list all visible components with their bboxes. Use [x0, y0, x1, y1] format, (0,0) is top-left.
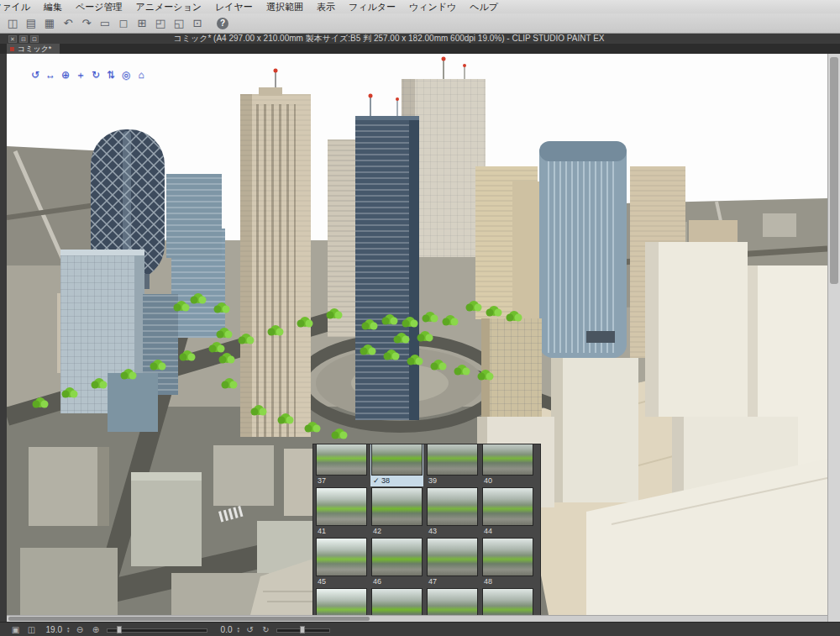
thumbnail-image — [427, 538, 478, 576]
tab-color-chip — [10, 47, 14, 51]
material-thumbnail[interactable]: 48 — [481, 537, 534, 587]
thumbnail-image — [316, 538, 367, 576]
document-tab[interactable]: コミック* — [7, 44, 60, 54]
object-rotate-icon[interactable]: ↻ — [89, 69, 102, 81]
thumbnail-number: 47 — [427, 576, 478, 586]
thumbnail-image — [371, 444, 423, 476]
thumbnail-image — [482, 487, 533, 526]
horizontal-scrollbar-thumb[interactable] — [8, 617, 370, 621]
camera-rotate-icon[interactable]: ↺ — [29, 69, 42, 81]
help-button[interactable]: ? — [217, 18, 228, 29]
camera-home-icon[interactable]: ⌂ — [134, 69, 148, 81]
material-thumbnail[interactable]: 43 — [426, 486, 479, 537]
menu-bar: ファイル編集ページ管理アニメーションレイヤー選択範囲表示フィルターウィンドウヘル… — [0, 0, 840, 14]
material-thumbnail[interactable]: 47 — [426, 537, 479, 587]
thumbnail-image — [371, 487, 423, 526]
menu-item[interactable]: アニメーション — [129, 1, 209, 13]
material-thumbnail[interactable]: ✓ 38 — [370, 444, 423, 486]
rotate-left-icon[interactable]: ↺ — [244, 625, 255, 634]
select-border-icon[interactable]: ◻ — [116, 16, 131, 30]
rotation-slider[interactable] — [276, 626, 330, 633]
zoom-slider-track — [107, 628, 207, 633]
thumbnail-number: 41 — [316, 526, 367, 536]
material-thumbnail[interactable]: 46 — [370, 537, 423, 587]
redo-icon[interactable]: ↷ — [79, 16, 94, 30]
snap-grid-icon[interactable]: ◱ — [171, 16, 186, 30]
menu-item[interactable]: レイヤー — [208, 1, 260, 13]
save-icon[interactable]: ▦ — [42, 16, 57, 30]
thumbnail-number: 39 — [427, 476, 478, 486]
object-snap-icon[interactable]: ◎ — [119, 69, 133, 81]
rotation-stepper[interactable]: ▴ ▾ — [238, 626, 240, 633]
rotate-right-icon[interactable]: ↻ — [260, 625, 271, 634]
toolbar-icons: ◫▤▦↶↷▭◻⊞◰◱⊡ — [5, 16, 205, 30]
rotation-stepper-down-icon[interactable]: ▾ — [238, 629, 240, 633]
new-document-icon[interactable]: ◫ — [5, 16, 20, 30]
invert-selection-icon[interactable]: ⊞ — [134, 16, 150, 30]
zoom-slider-knob[interactable] — [117, 626, 122, 633]
undo-icon[interactable]: ↶ — [60, 16, 76, 30]
zoom-stepper[interactable]: ▴ ▾ — [67, 626, 70, 633]
object-lift-icon[interactable]: ⇅ — [104, 69, 118, 81]
thumbnail-number: ✓ 38 — [371, 476, 423, 486]
material-thumbnail[interactable]: 39 — [426, 444, 479, 486]
document-title: コミック* (A4 297.00 x 210.00mm 製本サイズ:B5 判 2… — [39, 33, 739, 45]
zoom-stepper-down-icon[interactable]: ▾ — [67, 629, 70, 633]
material-thumbnail[interactable]: 42 — [370, 486, 423, 537]
zoom-out-icon[interactable]: ⊖ — [75, 625, 86, 634]
vertical-scrollbar-thumb[interactable] — [830, 57, 838, 284]
rotation-value: 0.0 — [213, 625, 233, 634]
zoom-value: 19.0 — [42, 625, 62, 634]
zoom-in-icon[interactable]: ⊕ — [91, 625, 102, 634]
material-thumbnail[interactable]: 37 — [315, 444, 368, 486]
camera-zoom-icon[interactable]: ⊕ — [59, 69, 72, 81]
thumbnail-number: 37 — [316, 476, 367, 486]
close-icon[interactable]: ✕ — [8, 35, 17, 43]
maximize-icon[interactable]: ⊡ — [30, 35, 39, 43]
thumbnail-image — [427, 487, 478, 526]
fit-screen-icon[interactable]: ▣ — [10, 625, 21, 634]
menu-item[interactable]: ページ管理 — [69, 1, 129, 13]
3d-layout-thumbnail-panel: 37 ✓ 38 39 40 41 42 — [312, 444, 541, 636]
main-toolbar: ◫▤▦↶↷▭◻⊞◰◱⊡ ? — [0, 13, 840, 34]
tab-label: コミック* — [18, 44, 51, 55]
menu-item[interactable]: ヘルプ — [463, 1, 505, 13]
menu-item[interactable]: ファイル — [0, 1, 37, 13]
thumbnail-image — [482, 444, 533, 476]
object-move-icon[interactable]: ＋ — [74, 69, 87, 81]
zoom-slider[interactable] — [107, 626, 207, 633]
rotate-reset-icon[interactable]: ⊡ — [190, 16, 205, 30]
window-buttons: ✕⊟⊡ — [8, 35, 39, 43]
thumbnail-number: 48 — [482, 576, 533, 586]
minimize-icon[interactable]: ⊟ — [19, 35, 28, 43]
material-thumbnail[interactable]: 45 — [315, 537, 368, 587]
thumbnail-grid: 37 ✓ 38 39 40 41 42 — [313, 444, 540, 636]
material-thumbnail[interactable]: 41 — [315, 486, 368, 537]
actual-size-icon[interactable]: ◫ — [26, 625, 37, 634]
thumbnail-image — [482, 538, 533, 576]
thumbnail-number: 42 — [371, 526, 423, 536]
document-title-bar: ✕⊟⊡ コミック* (A4 297.00 x 210.00mm 製本サイズ:B5… — [0, 34, 840, 44]
menu-strip: ファイル編集ページ管理アニメーションレイヤー選択範囲表示フィルターウィンドウヘル… — [0, 1, 505, 13]
open-file-icon[interactable]: ▤ — [24, 16, 39, 30]
status-bar: ▣ ◫ 19.0 ▴ ▾ ⊖ ⊕ 0.0 ▴ ▾ ↺ ↻ — [0, 622, 840, 636]
menu-item[interactable]: 選択範囲 — [260, 1, 310, 13]
document-tab-bar: コミック* — [0, 44, 840, 54]
thumbnail-number: 43 — [427, 526, 478, 536]
menu-item[interactable]: ウィンドウ — [402, 1, 463, 13]
rotation-slider-knob[interactable] — [300, 626, 305, 633]
camera-pan-icon[interactable]: ↔ — [44, 69, 57, 81]
menu-item[interactable]: 表示 — [310, 1, 342, 13]
horizontal-scrollbar[interactable] — [7, 615, 827, 622]
thumbnail-number: 44 — [482, 526, 533, 536]
vertical-scrollbar[interactable] — [827, 54, 840, 622]
menu-item[interactable]: フィルター — [342, 1, 402, 13]
material-thumbnail[interactable]: 40 — [481, 444, 534, 486]
material-thumbnail[interactable]: 44 — [481, 486, 534, 537]
deselect-icon[interactable]: ▭ — [97, 16, 113, 30]
thumbnail-image — [371, 538, 423, 576]
snap-ruler-icon[interactable]: ◰ — [153, 16, 168, 30]
thumbnail-image — [316, 487, 367, 526]
menu-item[interactable]: 編集 — [37, 1, 69, 13]
thumbnail-number: 40 — [482, 476, 533, 486]
